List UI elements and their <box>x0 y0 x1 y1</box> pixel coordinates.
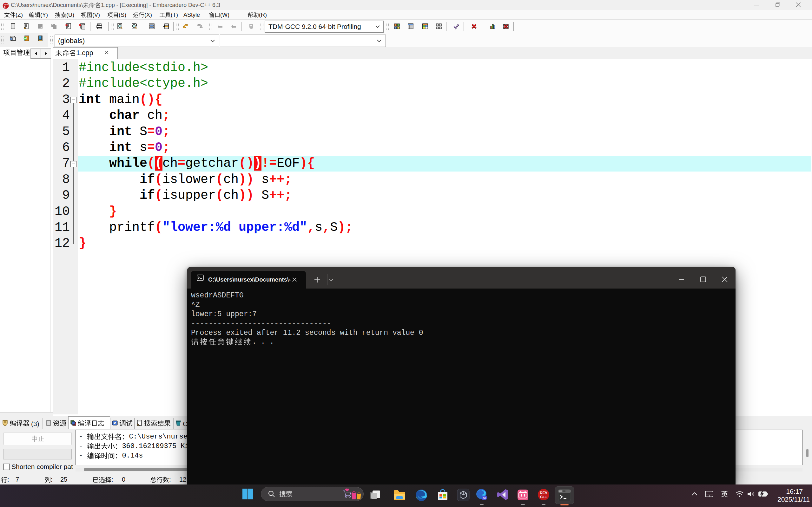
svg-text:DEV: DEV <box>540 491 547 495</box>
svg-text:AI: AI <box>483 496 486 499</box>
svg-text:C++: C++ <box>4 6 8 8</box>
svg-text:DEV: DEV <box>4 3 8 6</box>
svg-text:C++: C++ <box>540 495 547 499</box>
